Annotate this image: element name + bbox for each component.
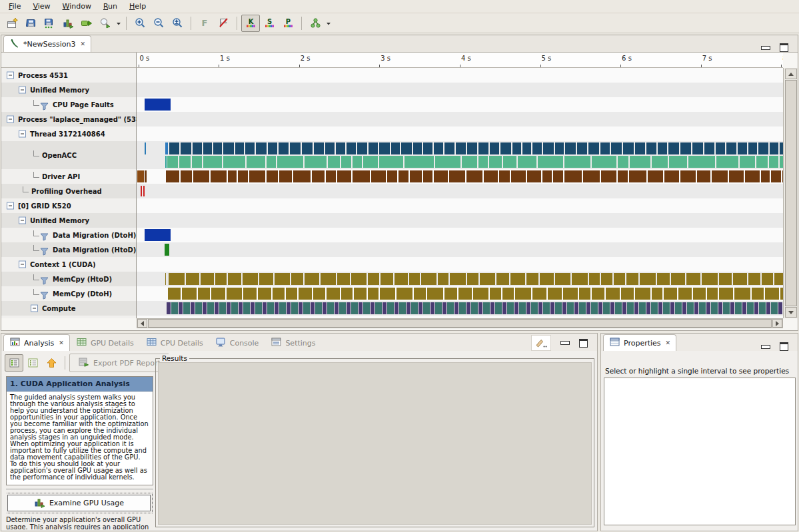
interval[interactable]: [621, 288, 634, 300]
interval[interactable]: [414, 288, 426, 300]
interval[interactable]: [143, 186, 145, 196]
interval[interactable]: [368, 273, 379, 285]
interval[interactable]: [341, 288, 353, 300]
interval[interactable]: [601, 273, 612, 285]
interval[interactable]: [165, 244, 169, 256]
minimize-icon[interactable]: [560, 341, 570, 345]
scroll-up-icon[interactable]: [785, 69, 797, 79]
minimize-icon[interactable]: [761, 345, 770, 349]
interval[interactable]: [511, 170, 526, 182]
menu-view[interactable]: View: [27, 1, 56, 12]
filter-icon[interactable]: [40, 101, 49, 109]
examine-gpu-usage-button[interactable]: Examine GPU Usage: [7, 495, 151, 511]
interval[interactable]: [598, 302, 602, 314]
interval[interactable]: [363, 156, 378, 168]
interval[interactable]: [579, 288, 590, 300]
interval[interactable]: [335, 302, 339, 314]
interval[interactable]: [707, 288, 718, 300]
interval[interactable]: [438, 273, 448, 285]
interval[interactable]: [279, 170, 292, 182]
interval[interactable]: [483, 302, 490, 314]
timeline-row-track[interactable]: [137, 257, 783, 272]
interval[interactable]: [639, 302, 646, 314]
interval[interactable]: [548, 288, 562, 300]
interval[interactable]: [565, 142, 576, 154]
interval[interactable]: [459, 302, 466, 314]
interval[interactable]: [586, 302, 590, 314]
interval[interactable]: [286, 288, 297, 300]
interval[interactable]: [325, 142, 335, 154]
interval[interactable]: [198, 288, 210, 300]
interval[interactable]: [410, 170, 422, 182]
interval[interactable]: [379, 156, 403, 168]
interval[interactable]: [299, 302, 303, 314]
interval[interactable]: [615, 302, 622, 314]
interval[interactable]: [531, 302, 538, 314]
filter-icon[interactable]: [40, 231, 49, 239]
interval[interactable]: [186, 273, 199, 285]
interval[interactable]: [567, 302, 574, 314]
interval[interactable]: [745, 170, 760, 182]
interval[interactable]: [635, 288, 650, 300]
timeline-row-track[interactable]: [137, 228, 783, 242]
interval[interactable]: [353, 156, 362, 168]
interval[interactable]: [657, 273, 670, 285]
interval[interactable]: [484, 170, 498, 182]
interval[interactable]: [518, 156, 536, 168]
interval[interactable]: [622, 302, 626, 314]
tab-properties[interactable]: Properties ✕: [603, 334, 676, 351]
interval[interactable]: [538, 156, 563, 168]
interval[interactable]: [553, 170, 563, 182]
interval[interactable]: [555, 142, 564, 154]
interval[interactable]: [577, 142, 587, 154]
interval[interactable]: [515, 288, 531, 300]
vertical-scrollbar[interactable]: [783, 68, 798, 318]
interval[interactable]: [314, 142, 324, 154]
interval[interactable]: [243, 273, 258, 285]
interval[interactable]: [756, 156, 768, 168]
interval[interactable]: [678, 288, 692, 300]
collapse-toggle-icon[interactable]: [7, 72, 14, 79]
interval[interactable]: [302, 142, 313, 154]
interval[interactable]: [467, 273, 478, 285]
interval[interactable]: [699, 302, 706, 314]
interval[interactable]: [670, 302, 674, 314]
interval[interactable]: [527, 170, 541, 182]
analysis-run-button[interactable]: [306, 15, 325, 32]
interval[interactable]: [563, 288, 578, 300]
interval[interactable]: [675, 302, 682, 314]
interval[interactable]: [442, 302, 446, 314]
interval[interactable]: [228, 170, 237, 182]
view-menu-icon[interactable]: [531, 335, 551, 351]
interval[interactable]: [263, 302, 267, 314]
timeline-row-label[interactable]: OpenACC: [1, 141, 137, 169]
close-icon[interactable]: ✕: [664, 340, 671, 346]
interval[interactable]: [238, 170, 248, 182]
interval[interactable]: [658, 302, 662, 314]
interval[interactable]: [630, 156, 650, 168]
interval[interactable]: [762, 273, 773, 285]
interval[interactable]: [510, 273, 525, 285]
zoom-fit-button[interactable]: [168, 15, 187, 32]
interval[interactable]: [574, 302, 578, 314]
interval[interactable]: [387, 302, 394, 314]
interval[interactable]: [165, 142, 168, 154]
interval[interactable]: [634, 302, 638, 314]
interval[interactable]: [192, 156, 202, 168]
interval[interactable]: [183, 302, 190, 314]
interval[interactable]: [682, 302, 686, 314]
interval[interactable]: [193, 142, 202, 154]
interval[interactable]: [167, 302, 171, 314]
zoom-out-button[interactable]: [149, 15, 168, 32]
interval[interactable]: [391, 142, 400, 154]
interval[interactable]: [467, 142, 477, 154]
interval[interactable]: [651, 302, 658, 314]
timeline-row-track[interactable]: [137, 213, 783, 228]
interval[interactable]: [618, 170, 628, 182]
interval[interactable]: [626, 273, 638, 285]
interval[interactable]: [648, 170, 663, 182]
interval[interactable]: [247, 156, 265, 168]
interval[interactable]: [279, 142, 289, 154]
timeline-row-track[interactable]: [137, 286, 783, 301]
interval[interactable]: [761, 170, 770, 182]
